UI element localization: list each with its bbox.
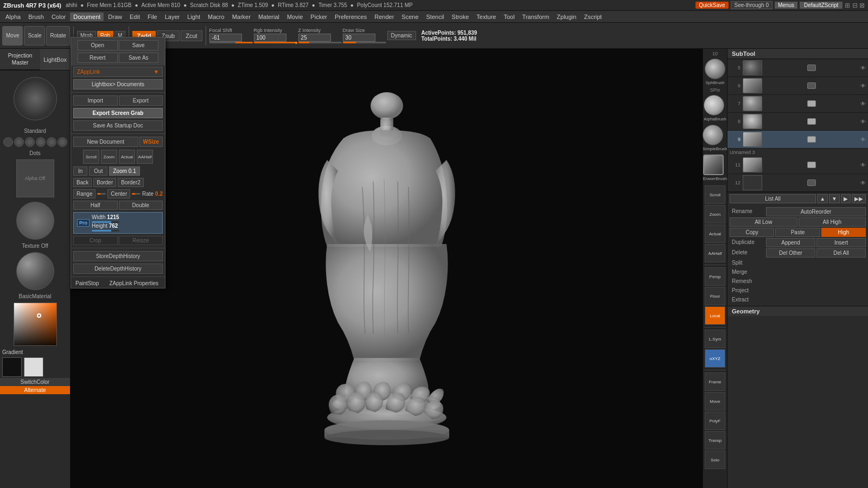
eye-icon-8[interactable]: 👁 bbox=[860, 119, 866, 125]
zcut-button[interactable]: Zcut bbox=[181, 30, 202, 41]
menu-zscript[interactable]: Zscript bbox=[580, 12, 605, 21]
save-as-button[interactable]: Save As bbox=[119, 53, 159, 63]
new-document-button[interactable]: New Document bbox=[73, 137, 138, 147]
menu-stroke[interactable]: Stroke bbox=[449, 12, 473, 21]
lightbox-button[interactable]: LightBox bbox=[40, 49, 70, 70]
insert-button[interactable]: Insert bbox=[816, 238, 866, 247]
color-picker[interactable] bbox=[2, 303, 68, 346]
menu-stencil[interactable]: Stencil bbox=[423, 12, 448, 21]
move-icon-button[interactable]: Move bbox=[705, 392, 725, 410]
simple-brush-thumb[interactable] bbox=[703, 125, 723, 145]
quicksave-button[interactable]: QuickSave bbox=[695, 2, 728, 9]
height-slider[interactable] bbox=[92, 230, 119, 232]
focal-shift-value[interactable]: -61 bbox=[209, 34, 242, 42]
menu-document[interactable]: Document bbox=[70, 12, 104, 21]
alpha-brush-thumb[interactable] bbox=[704, 95, 724, 115]
dot-5[interactable] bbox=[47, 137, 56, 147]
arrow-right2-button[interactable]: ▶▶ bbox=[852, 194, 866, 203]
scroll-icon-button[interactable]: Scroll bbox=[705, 185, 725, 204]
lsym-icon-button[interactable]: L.Sym bbox=[705, 330, 725, 348]
list-all-button[interactable]: List All bbox=[730, 194, 816, 203]
projection-master-button[interactable]: Projection Master bbox=[0, 49, 40, 70]
rgb-intensity-value[interactable]: 100 bbox=[254, 34, 286, 42]
dot-1[interactable] bbox=[3, 137, 13, 147]
zoom-view-button[interactable]: Zoom bbox=[101, 150, 117, 164]
subtool-thumb-7[interactable] bbox=[743, 96, 762, 111]
persp-icon-button[interactable]: Persp bbox=[705, 267, 725, 286]
transp-icon-button[interactable]: Transp bbox=[705, 431, 725, 450]
menu-file[interactable]: File bbox=[144, 12, 161, 21]
dot-6[interactable] bbox=[58, 137, 67, 147]
menu-render[interactable]: Render bbox=[371, 12, 397, 21]
border-button[interactable]: Border bbox=[93, 178, 116, 187]
crop-button[interactable]: Crop bbox=[73, 236, 118, 245]
range-button[interactable]: Range bbox=[73, 189, 95, 198]
center-slider[interactable] bbox=[132, 193, 141, 195]
color-swatch-light[interactable] bbox=[24, 357, 43, 377]
open-button[interactable]: Open bbox=[78, 40, 118, 50]
menu-scene[interactable]: Scene bbox=[398, 12, 422, 21]
actual-view-button[interactable]: Actual bbox=[119, 150, 135, 164]
menu-edit[interactable]: Edit bbox=[126, 12, 143, 21]
scale-button[interactable]: Scale bbox=[24, 26, 45, 46]
arrow-right-button[interactable]: ▶ bbox=[841, 194, 851, 203]
subtool-toggle-6[interactable] bbox=[807, 82, 816, 89]
center-button[interactable]: Center bbox=[107, 189, 130, 198]
floor-icon-button[interactable]: Floor bbox=[705, 287, 725, 305]
paste-button[interactable]: Paste bbox=[775, 228, 820, 237]
high-button[interactable]: High bbox=[821, 228, 866, 237]
xyz-icon-button[interactable]: oXYZ bbox=[705, 349, 725, 368]
polyf-icon-button[interactable]: PolyF bbox=[705, 412, 725, 430]
menu-macro[interactable]: Macro bbox=[205, 12, 228, 21]
z-intensity-value[interactable]: 25 bbox=[298, 34, 331, 42]
import-button[interactable]: Import bbox=[73, 95, 118, 106]
lightbox-documents-button[interactable]: Lightbox> Documents bbox=[73, 79, 163, 89]
out-button[interactable]: Out bbox=[89, 166, 107, 176]
zoom-icon-button[interactable]: Zoom bbox=[705, 205, 725, 223]
menu-brush[interactable]: Brush bbox=[25, 12, 47, 21]
menu-marker[interactable]: Marker bbox=[229, 12, 254, 21]
color-swatch-dark[interactable] bbox=[2, 357, 22, 377]
actual-icon-button[interactable]: Actual bbox=[705, 224, 725, 243]
frame-icon-button[interactable]: Frame bbox=[705, 373, 725, 391]
double-button[interactable]: Double bbox=[119, 201, 163, 210]
menu-tool[interactable]: Tool bbox=[500, 12, 518, 21]
menu-layer[interactable]: Layer bbox=[162, 12, 183, 21]
append-button[interactable]: Append bbox=[766, 238, 815, 247]
resize-button[interactable]: Resize bbox=[119, 236, 163, 245]
default-script-button[interactable]: DefaultZScript bbox=[800, 2, 843, 9]
local-icon-button[interactable]: Local bbox=[705, 306, 725, 325]
menu-light[interactable]: Light bbox=[184, 12, 203, 21]
menu-picker[interactable]: Picker bbox=[307, 12, 330, 21]
eye-icon-11[interactable]: 👁 bbox=[860, 162, 866, 168]
del-other-button[interactable]: Del Other bbox=[766, 248, 815, 258]
zapplink-properties-button[interactable]: ZAppLink Properties bbox=[105, 279, 163, 288]
range-slider[interactable] bbox=[97, 193, 106, 195]
menu-color[interactable]: Color bbox=[48, 12, 69, 21]
eraser-brush-thumb[interactable] bbox=[703, 155, 724, 175]
eye-icon-5[interactable]: 👁 bbox=[860, 65, 866, 71]
subtool-thumb-6[interactable] bbox=[743, 78, 762, 93]
subtool-thumb-8[interactable] bbox=[743, 114, 762, 129]
subtool-thumb-12[interactable] bbox=[743, 175, 762, 190]
draw-size-value[interactable]: 30 bbox=[343, 34, 375, 42]
solo-icon-button[interactable]: Solo bbox=[705, 451, 725, 469]
eye-icon-12[interactable]: 👁 bbox=[860, 180, 866, 186]
menu-movie[interactable]: Movie bbox=[284, 12, 306, 21]
menu-material[interactable]: Material bbox=[255, 12, 283, 21]
subtool-thumb-9[interactable] bbox=[743, 132, 762, 147]
all-low-button[interactable]: All Low bbox=[730, 217, 797, 227]
revert-button[interactable]: Revert bbox=[78, 53, 118, 63]
eye-icon-6[interactable]: 👁 bbox=[860, 83, 866, 89]
subtool-toggle-9[interactable] bbox=[807, 136, 816, 143]
auto-reorder-button[interactable]: AutoReorder bbox=[766, 207, 866, 216]
color-picker-overlay[interactable] bbox=[14, 303, 57, 346]
arrow-up-button[interactable]: ▲ bbox=[817, 194, 828, 203]
sphere-brush-thumb[interactable] bbox=[705, 59, 725, 79]
del-all-button[interactable]: Del All bbox=[816, 248, 866, 258]
wsize-button[interactable]: WSize bbox=[139, 137, 163, 147]
in-button[interactable]: In bbox=[73, 166, 87, 176]
border2-button[interactable]: Border2 bbox=[118, 178, 144, 187]
eye-icon-9[interactable]: 👁 bbox=[860, 137, 866, 143]
export-screen-grab-button[interactable]: Export Screen Grab bbox=[73, 108, 163, 118]
